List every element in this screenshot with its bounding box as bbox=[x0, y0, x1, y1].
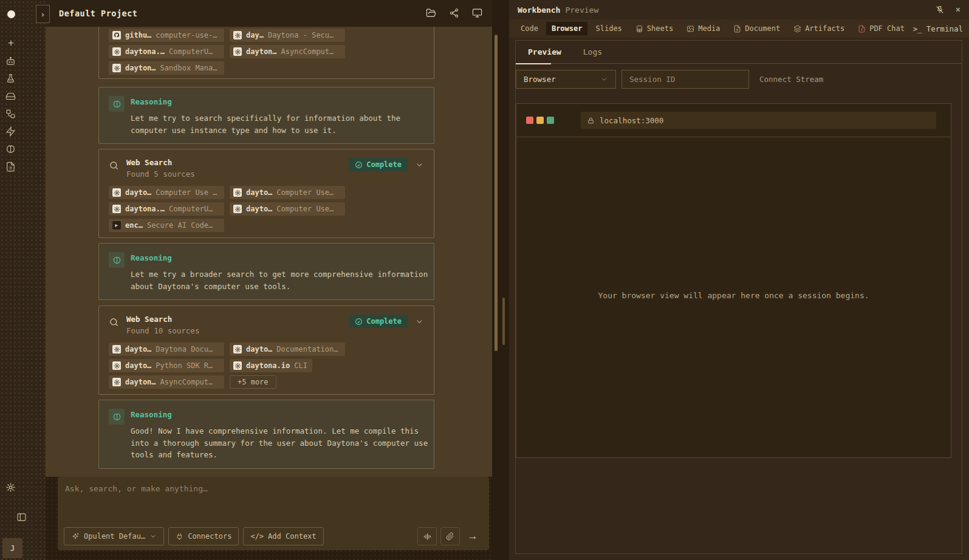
chat-scroll-area[interactable]: githu… computer-use-… day… Daytona - Sec… bbox=[46, 27, 492, 477]
source-chip[interactable]: dayto… Python SDK R… bbox=[109, 359, 224, 372]
tab-artifacts[interactable]: Artifacts bbox=[788, 22, 850, 35]
source-title: Computer Use… bbox=[276, 188, 334, 197]
automations-zap-icon[interactable] bbox=[5, 126, 16, 137]
source-title: Daytona Docu… bbox=[156, 345, 213, 353]
source-chip[interactable]: dayton… Sandbox Mana… bbox=[109, 61, 224, 75]
chevron-down-icon[interactable] bbox=[415, 317, 424, 326]
terminal-prompt-icon: >_ bbox=[913, 24, 922, 33]
search-head-text: Web Search Found 5 sources bbox=[126, 158, 195, 179]
subtab-preview[interactable]: Preview bbox=[528, 47, 561, 56]
chevron-down-icon[interactable] bbox=[415, 160, 424, 169]
expand-sidebar-button[interactable]: › bbox=[36, 5, 50, 23]
source-chip[interactable]: daytona.… ComputerU… bbox=[109, 45, 224, 58]
composer-area: Opulent Defau… Connectors </> Add Contex… bbox=[46, 477, 492, 560]
plug-icon bbox=[176, 533, 183, 541]
chat-scrollbar-thumb[interactable] bbox=[495, 35, 498, 351]
site-favicon-icon bbox=[112, 221, 121, 230]
connect-stream-button[interactable]: Connect Stream bbox=[755, 75, 828, 84]
source-chip[interactable]: daytona.… ComputerU… bbox=[109, 202, 224, 216]
labs-flask-icon[interactable] bbox=[5, 73, 16, 84]
source-chip[interactable]: githu… computer-use-… bbox=[109, 29, 224, 42]
source-title: CLI bbox=[294, 361, 307, 370]
source-title: computer-use-… bbox=[156, 31, 217, 39]
search-icon bbox=[109, 317, 119, 327]
voice-waveform-icon[interactable] bbox=[417, 527, 437, 545]
send-button[interactable]: → bbox=[464, 527, 482, 545]
memory-brain-icon[interactable] bbox=[5, 143, 16, 154]
web-search-subtitle: Found 5 sources bbox=[126, 169, 195, 179]
user-avatar[interactable]: J bbox=[2, 538, 22, 558]
source-title: Secure AI Code… bbox=[147, 221, 213, 230]
tab-media[interactable]: Media bbox=[681, 22, 725, 35]
tab-sheets[interactable]: Sheets bbox=[630, 22, 679, 35]
tab-browser[interactable]: Browser bbox=[546, 22, 588, 35]
web-search-title: Web Search bbox=[126, 158, 195, 167]
add-context-button[interactable]: </> Add Context bbox=[243, 527, 323, 545]
outer-scrollbar-thumb[interactable] bbox=[502, 298, 505, 345]
source-chip[interactable]: day… Daytona - Secu… bbox=[230, 29, 345, 42]
source-site: day… bbox=[246, 31, 264, 39]
reasoning-content: Reasoning Let me try to search specifica… bbox=[131, 96, 434, 136]
settings-gear-icon[interactable] bbox=[5, 482, 16, 493]
tab-code[interactable]: Code bbox=[515, 22, 544, 35]
source-site: dayto… bbox=[125, 345, 151, 353]
terminal-button[interactable]: >_Terminal bbox=[913, 24, 963, 33]
model-selector-button[interactable]: Opulent Defau… bbox=[64, 527, 164, 545]
source-chip[interactable]: daytona.io CLI bbox=[230, 359, 312, 372]
monitor-icon[interactable] bbox=[472, 8, 482, 18]
brain-icon bbox=[109, 252, 125, 268]
github-icon bbox=[112, 31, 121, 39]
traffic-yellow-icon[interactable] bbox=[536, 117, 544, 124]
source-title: ComputerU… bbox=[169, 47, 213, 56]
source-site: daytona.… bbox=[125, 47, 165, 56]
new-project-button[interactable]: + bbox=[5, 38, 16, 49]
connectors-button[interactable]: Connectors bbox=[168, 527, 239, 545]
workbench-content: Preview Logs Browser Connect Stream bbox=[515, 40, 962, 554]
reasoning-block: Reasoning Let me try to search specifica… bbox=[98, 87, 434, 144]
source-chip[interactable]: enc… Secure AI Code… bbox=[109, 219, 224, 232]
app-logo[interactable] bbox=[7, 10, 15, 18]
source-chip[interactable]: dayto… Computer Use… bbox=[230, 186, 345, 199]
url-text: localhost:3000 bbox=[600, 116, 663, 125]
attach-paperclip-icon[interactable] bbox=[440, 527, 460, 545]
project-title: Default Project bbox=[59, 9, 137, 18]
traffic-green-icon[interactable] bbox=[547, 117, 554, 124]
storage-drive-icon[interactable] bbox=[5, 90, 16, 101]
check-circle-icon bbox=[355, 318, 363, 326]
source-chip[interactable]: dayto… Documentation… bbox=[230, 343, 345, 356]
session-id-input[interactable] bbox=[621, 70, 749, 89]
folder-icon[interactable] bbox=[426, 8, 436, 18]
traffic-red-icon[interactable] bbox=[526, 117, 533, 124]
toggle-panel-icon[interactable] bbox=[16, 511, 27, 522]
documents-icon[interactable] bbox=[5, 161, 16, 172]
workbench-header: Workbench Preview × bbox=[509, 0, 969, 19]
close-icon[interactable]: × bbox=[956, 5, 960, 15]
unpin-icon[interactable] bbox=[935, 5, 945, 15]
tab-pdf-chat[interactable]: PDF Chat bbox=[852, 22, 910, 35]
source-title: ComputerU… bbox=[169, 205, 213, 213]
more-sources-chip[interactable]: +5 more bbox=[230, 375, 276, 389]
source-title: AsyncComput… bbox=[281, 47, 334, 56]
source-site: daytona.… bbox=[125, 205, 165, 213]
workbench-subtitle: Preview bbox=[565, 5, 598, 15]
agents-icon[interactable] bbox=[5, 55, 16, 66]
source-title: Python SDK R… bbox=[156, 361, 213, 370]
source-chip[interactable]: dayto… Daytona Docu… bbox=[109, 343, 224, 356]
tab-slides[interactable]: Slides bbox=[590, 22, 627, 35]
source-chip[interactable]: dayto… Computer Use … bbox=[109, 186, 224, 199]
reasoning-content: Reasoning Good! Now I have comprehensive… bbox=[131, 409, 434, 461]
target-select[interactable]: Browser bbox=[516, 70, 616, 89]
source-chip[interactable]: dayto… Computer Use… bbox=[230, 202, 345, 216]
source-site: dayto… bbox=[125, 361, 151, 370]
source-chip[interactable]: dayton… AsyncComput… bbox=[109, 375, 224, 389]
source-chip[interactable]: dayton… AsyncComput… bbox=[230, 45, 345, 58]
url-bar[interactable]: localhost:3000 bbox=[581, 112, 936, 129]
share-icon[interactable] bbox=[449, 8, 459, 18]
message-input[interactable] bbox=[65, 484, 478, 519]
source-title: Daytona - Secu… bbox=[268, 31, 334, 39]
source-site: dayton… bbox=[246, 47, 277, 56]
tab-document[interactable]: Document bbox=[728, 22, 786, 35]
sparkles-icon bbox=[71, 532, 80, 541]
workflows-icon[interactable] bbox=[5, 108, 16, 119]
subtab-logs[interactable]: Logs bbox=[583, 47, 602, 56]
